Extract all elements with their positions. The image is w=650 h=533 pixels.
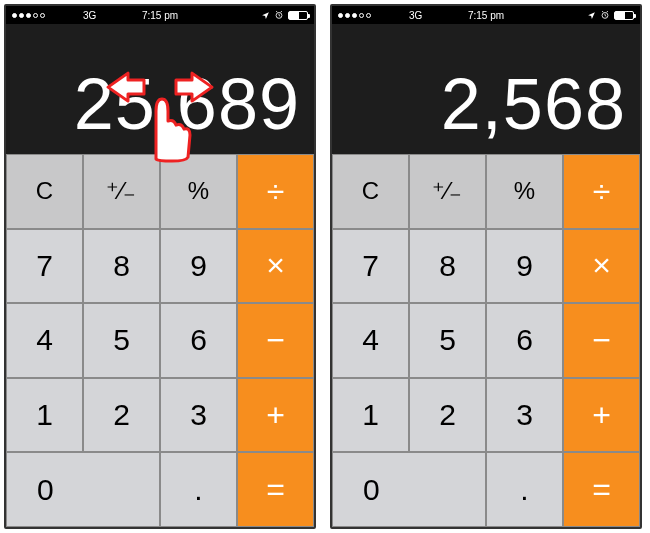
status-bar: 3G 7:15 pm xyxy=(332,6,640,24)
status-time: 7:15 pm xyxy=(468,10,504,21)
digit-9-button[interactable]: 9 xyxy=(160,229,237,304)
digit-1-button[interactable]: 1 xyxy=(332,378,409,453)
location-icon xyxy=(587,11,596,20)
clear-button[interactable]: C xyxy=(332,154,409,229)
battery-icon xyxy=(288,11,308,20)
decimal-button[interactable]: . xyxy=(486,452,563,527)
minus-button[interactable]: − xyxy=(563,303,640,378)
plus-button[interactable]: + xyxy=(237,378,314,453)
equals-button[interactable]: = xyxy=(563,452,640,527)
digit-2-button[interactable]: 2 xyxy=(83,378,160,453)
minus-button[interactable]: − xyxy=(237,303,314,378)
alarm-icon xyxy=(600,10,610,20)
percent-button[interactable]: % xyxy=(160,154,237,229)
status-bar: 3G 7:15 pm xyxy=(6,6,314,24)
digit-5-button[interactable]: 5 xyxy=(83,303,160,378)
calculator-display[interactable]: 25,689 xyxy=(6,24,314,154)
digit-3-button[interactable]: 3 xyxy=(486,378,563,453)
digit-7-button[interactable]: 7 xyxy=(6,229,83,304)
battery-icon xyxy=(614,11,634,20)
digit-2-button[interactable]: 2 xyxy=(409,378,486,453)
plus-button[interactable]: + xyxy=(563,378,640,453)
plus-minus-button[interactable]: ⁺∕₋ xyxy=(83,154,160,229)
multiply-button[interactable]: × xyxy=(237,229,314,304)
divide-button[interactable]: ÷ xyxy=(563,154,640,229)
digit-1-button[interactable]: 1 xyxy=(6,378,83,453)
keypad: C ⁺∕₋ % ÷ 7 8 9 × 4 5 6 − 1 2 3 + 0 . = xyxy=(332,154,640,527)
display-value: 2,568 xyxy=(441,68,626,140)
digit-6-button[interactable]: 6 xyxy=(486,303,563,378)
carrier-redacted xyxy=(377,9,405,21)
equals-button[interactable]: = xyxy=(237,452,314,527)
keypad: C ⁺∕₋ % ÷ 7 8 9 × 4 5 6 − 1 2 3 + 0 . = xyxy=(6,154,314,527)
clear-button[interactable]: C xyxy=(6,154,83,229)
display-value: 25,689 xyxy=(74,68,300,140)
network-label: 3G xyxy=(83,10,96,21)
digit-9-button[interactable]: 9 xyxy=(486,229,563,304)
status-time: 7:15 pm xyxy=(142,10,178,21)
alarm-icon xyxy=(274,10,284,20)
carrier-redacted xyxy=(51,9,79,21)
digit-8-button[interactable]: 8 xyxy=(83,229,160,304)
digit-4-button[interactable]: 4 xyxy=(332,303,409,378)
signal-dots-icon xyxy=(338,13,371,18)
digit-3-button[interactable]: 3 xyxy=(160,378,237,453)
digit-7-button[interactable]: 7 xyxy=(332,229,409,304)
location-icon xyxy=(261,11,270,20)
multiply-button[interactable]: × xyxy=(563,229,640,304)
digit-4-button[interactable]: 4 xyxy=(6,303,83,378)
divide-button[interactable]: ÷ xyxy=(237,154,314,229)
phone-after: 3G 7:15 pm 2,568 C ⁺∕₋ % ÷ 7 8 9 × 4 5 6… xyxy=(330,4,642,529)
signal-dots-icon xyxy=(12,13,45,18)
percent-button[interactable]: % xyxy=(486,154,563,229)
phone-before: 3G 7:15 pm 25,689 C ⁺∕₋ xyxy=(4,4,316,529)
digit-5-button[interactable]: 5 xyxy=(409,303,486,378)
digit-0-button[interactable]: 0 xyxy=(332,452,486,527)
network-label: 3G xyxy=(409,10,422,21)
digit-6-button[interactable]: 6 xyxy=(160,303,237,378)
plus-minus-button[interactable]: ⁺∕₋ xyxy=(409,154,486,229)
decimal-button[interactable]: . xyxy=(160,452,237,527)
digit-8-button[interactable]: 8 xyxy=(409,229,486,304)
calculator-display[interactable]: 2,568 xyxy=(332,24,640,154)
digit-0-button[interactable]: 0 xyxy=(6,452,160,527)
